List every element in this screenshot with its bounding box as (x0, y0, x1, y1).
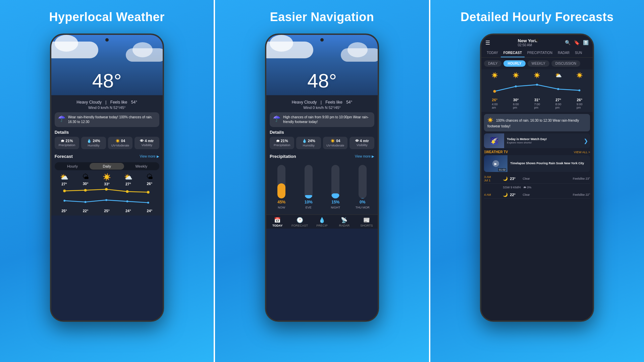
btemp-4: 24° (140, 209, 159, 213)
frow-extra-1: Feelslike 22° (573, 193, 590, 196)
sun-tip-icon: ☀️ (487, 117, 493, 124)
news-arrow-icon[interactable]: ❯ (584, 138, 588, 144)
stab-discussion[interactable]: DISCUSSION (551, 60, 580, 67)
hourly-chart: ☀️ ☀️ ☀️ ⛅ ☀️ (481, 69, 593, 112)
htemp-3: 27° 8:00 pm (548, 98, 569, 109)
tab-weekly-1[interactable]: Weekly (124, 163, 159, 170)
frow-wind-0: SSW 9 KM/H 🌧 0% (484, 185, 590, 190)
play-button[interactable]: ▶ (492, 160, 499, 167)
tv-card[interactable]: ▶ 01:02 Timelapse Shows Pouring Rain Soa… (484, 155, 590, 172)
bar-outer-now (277, 165, 285, 198)
radar-icon: 📡 (341, 217, 347, 223)
s3tab-sun[interactable]: SUN (572, 49, 585, 57)
htime-0: 4:00 am (492, 103, 498, 109)
htime-4: 9:00 pm (577, 103, 583, 109)
uv-lbl: UV-Moderate (109, 144, 131, 147)
view-more-label-2: View more (355, 155, 371, 158)
stab-weekly[interactable]: WEEKLY (528, 60, 549, 67)
details-row-1: 🌧 21% Precipitation 💧 24% Humidity ☀️ 04… (55, 137, 159, 149)
news-headline: Today is Meteor Watch Day! (507, 137, 581, 141)
svg-point-12 (536, 84, 538, 86)
bottom-temps-1: 25° 22° 25° 24° 24° (55, 209, 159, 213)
frow-date-0: 3 AM Jul 1 (484, 175, 501, 182)
range-2: 52°/45° (328, 106, 340, 110)
s3tab-precip[interactable]: PRECIPITATION (525, 49, 555, 57)
news-item[interactable]: 🌠 Today is Meteor Watch Day! Explore mor… (484, 133, 590, 148)
nav-shorts[interactable]: 📰 SHORTS (356, 217, 378, 227)
screen1-scroll[interactable]: 48° Heavy Cloudy | Feels like 54° Wind 0… (51, 35, 163, 320)
tv-title: Timelapse Shows Pouring Rain Soak New Yo… (510, 162, 590, 166)
fday-temp-0: 27° (61, 182, 67, 186)
precip-lbl-night: NIGHT (331, 206, 340, 209)
precip-pct-night: 15% (331, 200, 339, 204)
htemp-1: 30° 6:00 pm (505, 98, 527, 109)
nav-precip[interactable]: 💧 PRECIP (311, 217, 333, 227)
hourly-svg (484, 80, 590, 96)
hamburger-icon[interactable]: ☰ (485, 40, 490, 46)
fday-4: 🌤 26° (140, 173, 159, 186)
arrow-icon-2: ▶ (372, 155, 374, 158)
fday-2: ☀️ 33° (97, 173, 117, 186)
tv-section: 1WEATHER TV VIEW ALL > ▶ 01:02 Timelapse… (484, 150, 590, 172)
search-icon[interactable]: 🔍 (565, 40, 571, 45)
heavy-cloudy-label: Heavy Cloudy (76, 100, 102, 105)
feels-like-label: Feels like (110, 100, 127, 105)
today-icon: 📅 (274, 217, 281, 223)
tab-hourly-1[interactable]: Hourly (55, 163, 90, 170)
frow-3am: 3 AM Jul 1 🌙 23° Clear Feelslike 23° (484, 174, 590, 184)
d2-hum-lbl: Humidity (298, 144, 320, 147)
tv-label: 1WEATHER TV (484, 150, 508, 154)
nav-radar[interactable]: 📡 RADAR (333, 217, 355, 227)
view-more-1[interactable]: View more ▶ (140, 155, 159, 158)
s3tab-today[interactable]: TODAY (484, 49, 501, 57)
precip-bar-night: 15% NIGHT (324, 165, 347, 209)
precip-lbl-now: NOW (278, 206, 285, 209)
nav-today[interactable]: 📅 TODAY (266, 217, 288, 227)
detail-visibility: 👁 4 mtr Visibility (135, 137, 159, 149)
htemp-val-3: 27° (555, 98, 561, 102)
forecast-title-1: Forecast (55, 154, 73, 159)
bookmark-icon[interactable]: 🔖 (574, 40, 580, 45)
feels-label-2: Feels like (325, 100, 342, 105)
separator: | (105, 100, 106, 105)
screen3-scroll[interactable]: ☰ New York 02:50 AM 🔍 🔖 ⬆️ TODAY FORECAS… (481, 35, 593, 320)
d2-vis-lbl: Visibility (351, 143, 373, 147)
d2-precip-val: 🌧 21% (271, 139, 293, 143)
stab-hourly[interactable]: HOURLY (503, 60, 525, 67)
bar-inner-night (331, 193, 339, 198)
s3tab-forecast[interactable]: FORECAST (501, 49, 525, 57)
svg-point-9 (147, 202, 149, 204)
bar-outer-night (331, 165, 339, 198)
forecast-days-1: ⛅ 27° 🌤 30° ☀️ 33° ⛅ 27 (55, 173, 159, 186)
screen2-scroll[interactable]: 48° Heavy Cloudy | Feels like 54° Wind 0… (266, 35, 378, 320)
view-more-2[interactable]: View more ▶ (355, 155, 374, 158)
wind-lbl-2: Wind (303, 106, 312, 110)
chart-svg-1 (55, 187, 159, 207)
wind-row-2: Wind 0 km/h N 52°/45° (270, 106, 374, 110)
s3tab-radar[interactable]: RADAR (555, 49, 572, 57)
tab-daily-1[interactable]: Daily (90, 163, 124, 170)
location-title: New York (518, 38, 537, 43)
hcol-3: ⛅ (548, 72, 569, 78)
stab-daily[interactable]: DAILY (484, 60, 501, 67)
nav-forecast[interactable]: 🕐 FORECAST (288, 217, 311, 227)
d2-precip-lbl: Precipitation (271, 143, 293, 147)
panel-navigation: Easier Navigation 48° Heavy Cloudy | Fee… (215, 0, 429, 362)
phone-camera-2 (320, 38, 324, 42)
fday-temp-2: 33° (104, 182, 110, 186)
fday-0: ⛅ 27° (55, 173, 74, 186)
hourly-curve (484, 80, 590, 97)
htemp-val-0: 26° (492, 98, 498, 102)
d2-visibility: 👁 4 mtr Visibility (350, 137, 374, 149)
fday-icon-4: 🌤 (146, 173, 153, 181)
tv-viewall[interactable]: VIEW ALL > (574, 150, 590, 154)
details-row-2: 🌧 21% Precipitation 💧 24% Humidity ☀️ 04… (270, 137, 374, 149)
share-icon[interactable]: ⬆️ (583, 40, 589, 45)
htime-3: 8:00 pm (555, 103, 561, 109)
frow-extra-0: Feelslike 23° (573, 177, 590, 180)
alert-box-2: ☂️ High chances of rain from 9:00 pm to … (270, 112, 374, 127)
precip-lbl-thu: THU MOR (356, 206, 370, 209)
sky-background-2: 48° (266, 35, 378, 95)
weather-desc-2: Heavy Cloudy | Feels like 54° (270, 100, 374, 105)
svg-point-11 (515, 85, 517, 87)
